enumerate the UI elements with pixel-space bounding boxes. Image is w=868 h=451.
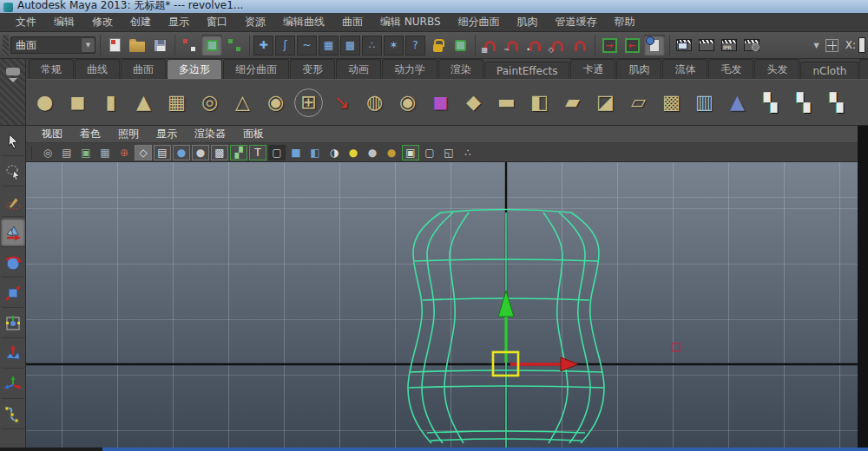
share-view-icon[interactable]: ∴	[459, 145, 477, 160]
shelf-tab[interactable]: 毛发	[708, 59, 753, 79]
menu-item[interactable]: 创建	[122, 12, 160, 32]
menu-item[interactable]: 文件	[7, 12, 45, 32]
merge-vertex-icon[interactable]: ▥	[690, 88, 719, 117]
menu-item[interactable]: 窗口	[198, 12, 236, 32]
shelf-tab[interactable]: 变形	[290, 59, 335, 79]
panel-menu-item[interactable]: 视图	[33, 125, 71, 143]
new-scene-button[interactable]	[104, 35, 125, 56]
pivot-cone-icon[interactable]: ▲	[723, 88, 752, 117]
render-settings-button[interactable]	[741, 35, 762, 56]
film-gate-icon[interactable]: ▤	[154, 145, 171, 160]
select-deformations-icon[interactable]: ▩	[340, 36, 360, 56]
render-current-frame-button[interactable]	[696, 35, 717, 56]
input-connections-button[interactable]	[599, 35, 620, 56]
triangulate-icon[interactable]: ◪	[591, 88, 620, 117]
sculpt-geometry-icon[interactable]: ⊞	[294, 88, 323, 117]
select-rendering-icon[interactable]: ✶	[384, 36, 404, 56]
poly-cylinder-icon[interactable]: ▮	[96, 88, 125, 117]
select-object-button[interactable]	[201, 35, 222, 56]
snap-to-point-button[interactable]	[524, 35, 545, 56]
snap-to-grid-button[interactable]	[479, 35, 500, 56]
panel-menu-item[interactable]: 显示	[148, 125, 186, 143]
menu-item[interactable]: 编辑曲线	[274, 12, 333, 32]
select-component-button[interactable]	[224, 35, 245, 56]
shelf-tab[interactable]: 动画	[336, 59, 381, 79]
shelf-tab[interactable]: 细分曲面	[223, 59, 289, 79]
separator[interactable]	[592, 35, 597, 56]
shelf-tab[interactable]: 卡通	[570, 59, 615, 79]
show-manipulator-tool-button[interactable]	[1, 370, 25, 399]
shelf-tab[interactable]: 多边形	[167, 59, 222, 79]
poly-cube-icon[interactable]: ◼	[63, 88, 92, 117]
extrude-icon[interactable]: ◧	[525, 88, 554, 117]
shaded-cube-icon[interactable]: ■	[287, 145, 305, 160]
save-scene-button[interactable]	[149, 35, 170, 56]
shelf-tab[interactable]: 动力学	[382, 59, 437, 79]
cv-marker[interactable]	[672, 343, 680, 351]
make-live-button[interactable]	[569, 35, 590, 56]
wireframe-mode-icon[interactable]: ◇	[135, 145, 152, 160]
poly-plane-icon[interactable]: ▦	[162, 88, 191, 117]
poly-pipe-icon[interactable]: ◉	[261, 88, 290, 117]
separator[interactable]	[172, 35, 177, 56]
checker-flag-icon-2[interactable]: ▚	[789, 88, 818, 117]
panel-menu-item[interactable]: 面板	[234, 125, 273, 143]
select-curves-icon[interactable]: ~	[297, 36, 317, 56]
flat-shade-icon[interactable]: ●	[192, 145, 209, 160]
select-tool-button[interactable]	[1, 127, 25, 156]
snap-to-view-plane-button[interactable]	[547, 35, 568, 56]
default-light-icon[interactable]: ●	[345, 145, 362, 160]
separator[interactable]	[667, 35, 672, 56]
select-joints-icon[interactable]: ʃ	[275, 36, 295, 56]
menu-item[interactable]: 帮助	[606, 12, 644, 32]
menu-item[interactable]: 资源	[236, 12, 274, 32]
checker-flag-icon-3[interactable]: ▚	[822, 88, 851, 117]
viewport-canvas[interactable]	[26, 162, 858, 451]
bounding-box-icon[interactable]: ▩	[211, 145, 228, 160]
combine-icon[interactable]: ◉	[393, 88, 422, 117]
shelf-tab[interactable]: 头发	[754, 59, 799, 79]
lock-selection-button[interactable]	[427, 35, 448, 56]
shelf-menu-arrow-icon[interactable]	[9, 78, 17, 87]
menu-set-dropdown[interactable]: 曲面 ▼	[10, 36, 95, 54]
wire-cube-icon[interactable]: ▢	[268, 145, 286, 160]
scale-tool-button[interactable]	[1, 279, 25, 308]
shadow-light-icon[interactable]: ●	[383, 145, 400, 160]
poly-cone-icon[interactable]: ▲	[129, 88, 158, 117]
menu-item[interactable]: 修改	[83, 12, 122, 32]
shelf-tab[interactable]: 渲染	[438, 59, 483, 79]
panel-menu-item[interactable]: 照明	[109, 125, 148, 143]
select-misc-icon[interactable]: ?	[405, 36, 425, 56]
shelf-tab[interactable]: 曲线	[75, 59, 120, 79]
shelf-tab[interactable]: PaintEffects	[484, 62, 569, 79]
smooth-icon[interactable]: ◍	[360, 88, 389, 117]
poly-pyramid-icon[interactable]: △	[228, 88, 257, 117]
menu-item[interactable]: 编辑 NURBS	[372, 12, 450, 32]
sidebar-collapse-arrow[interactable]: ▼	[814, 42, 819, 49]
subdiv-proxy-icon[interactable]: ◼	[426, 88, 455, 117]
shelf-tab[interactable]: 常规	[29, 59, 74, 79]
soft-modification-tool-button[interactable]	[1, 340, 25, 369]
poly-torus-icon[interactable]: ◎	[195, 88, 224, 117]
menu-item[interactable]: 编辑	[45, 12, 83, 32]
textured-mode-icon[interactable]: ▞	[230, 145, 247, 160]
separator[interactable]	[247, 35, 252, 56]
last-tool-cv-curve-button[interactable]	[1, 401, 25, 429]
all-lights-icon[interactable]: ●	[364, 145, 381, 160]
bevel-icon[interactable]: ◆	[459, 88, 488, 117]
panel-menu-item[interactable]: 着色	[71, 125, 109, 143]
text-display-icon[interactable]: T	[249, 145, 266, 160]
shaded-mode-icon[interactable]: ●	[173, 145, 190, 160]
rotate-tool-button[interactable]	[1, 249, 25, 278]
statusline-grip[interactable]	[3, 35, 9, 56]
mirror-cut-icon[interactable]: ↘	[327, 88, 356, 117]
shelf-menu-button[interactable]	[6, 68, 20, 75]
render-view-button[interactable]	[674, 35, 694, 56]
select-dynamics-icon[interactable]: ∴	[362, 36, 382, 56]
camera-orbit-icon[interactable]: ◎	[39, 145, 56, 160]
zoom-select-icon[interactable]: ⊕	[115, 145, 133, 160]
menu-item[interactable]: 曲面	[333, 12, 372, 32]
checker-flag-icon-1[interactable]: ▚	[756, 88, 785, 117]
lasso-tool-button[interactable]	[1, 158, 25, 186]
single-pane-icon[interactable]: ▢	[421, 145, 438, 160]
